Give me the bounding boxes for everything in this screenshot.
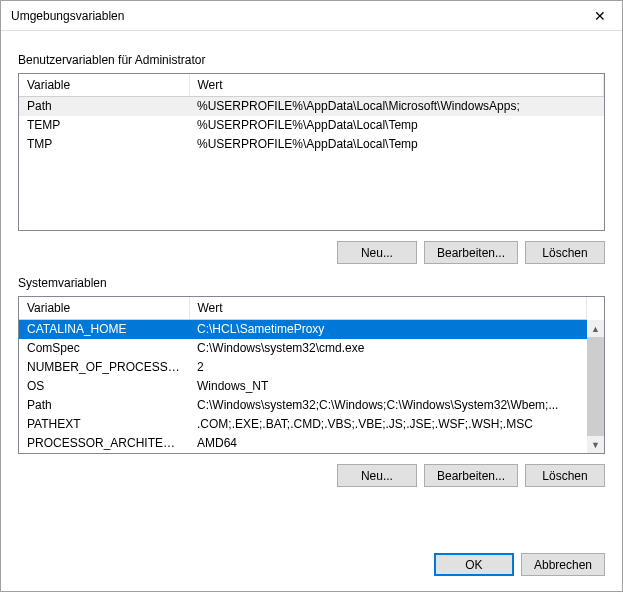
cell-variable: PROCESSOR_ARCHITECTURE [19,434,189,453]
cell-value: %USERPROFILE%\AppData\Local\Temp [189,135,604,154]
table-row[interactable]: TMP%USERPROFILE%\AppData\Local\Temp [19,135,604,154]
system-delete-button[interactable]: Löschen [525,464,605,487]
cell-value: .COM;.EXE;.BAT;.CMD;.VBS;.VBE;.JS;.JSE;.… [189,415,587,434]
cell-value: AMD64 [189,434,587,453]
cell-value: 2 [189,358,587,377]
user-col-variable[interactable]: Variable [19,74,189,97]
cell-variable: TEMP [19,116,189,135]
cell-value: Windows_NT [189,377,587,396]
system-variables-label: Systemvariablen [18,276,605,290]
cell-variable: CATALINA_HOME [19,320,189,339]
cell-variable: NUMBER_OF_PROCESSORS [19,358,189,377]
system-edit-button[interactable]: Bearbeiten... [424,464,518,487]
table-row[interactable]: PROCESSOR_ARCHITECTUREAMD64 [19,434,587,453]
scroll-up-icon[interactable]: ▲ [587,320,604,337]
cell-variable: TMP [19,135,189,154]
titlebar: Umgebungsvariablen ✕ [1,1,622,31]
table-row[interactable]: NUMBER_OF_PROCESSORS2 [19,358,587,377]
system-variables-table[interactable]: Variable Wert CATALINA_HOMEC:\HCL\Sameti… [19,297,587,453]
table-row[interactable]: OSWindows_NT [19,377,587,396]
user-buttons-row: Neu... Bearbeiten... Löschen [18,241,605,264]
user-variables-label: Benutzervariablen für Administrator [18,53,605,67]
system-variables-table-container: Variable Wert CATALINA_HOMEC:\HCL\Sameti… [18,296,605,454]
dialog-content: Benutzervariablen für Administrator Vari… [1,31,622,553]
system-col-value[interactable]: Wert [189,297,587,320]
user-variables-table-container: Variable Wert Path%USERPROFILE%\AppData\… [18,73,605,231]
ok-button[interactable]: OK [434,553,514,576]
system-variables-section: Systemvariablen Variable Wert CATALINA_H… [18,276,605,487]
cell-value: C:\Windows\system32;C:\Windows;C:\Window… [189,396,587,415]
close-icon: ✕ [594,8,606,24]
user-delete-button[interactable]: Löschen [525,241,605,264]
user-variables-table[interactable]: Variable Wert Path%USERPROFILE%\AppData\… [19,74,604,154]
table-row[interactable]: TEMP%USERPROFILE%\AppData\Local\Temp [19,116,604,135]
system-scrollbar[interactable]: ▲ ▼ [587,320,604,453]
cell-variable: ComSpec [19,339,189,358]
user-col-value[interactable]: Wert [189,74,604,97]
table-row[interactable]: PathC:\Windows\system32;C:\Windows;C:\Wi… [19,396,587,415]
user-variables-section: Benutzervariablen für Administrator Vari… [18,53,605,264]
system-buttons-row: Neu... Bearbeiten... Löschen [18,464,605,487]
cancel-button[interactable]: Abbrechen [521,553,605,576]
table-row[interactable]: Path%USERPROFILE%\AppData\Local\Microsof… [19,97,604,116]
close-button[interactable]: ✕ [577,1,622,31]
system-new-button[interactable]: Neu... [337,464,417,487]
system-col-variable[interactable]: Variable [19,297,189,320]
table-row[interactable]: PATHEXT.COM;.EXE;.BAT;.CMD;.VBS;.VBE;.JS… [19,415,587,434]
cell-variable: PATHEXT [19,415,189,434]
cell-value: %USERPROFILE%\AppData\Local\Microsoft\Wi… [189,97,604,116]
cell-variable: OS [19,377,189,396]
user-variables-header-row: Variable Wert [19,74,604,97]
cell-value: %USERPROFILE%\AppData\Local\Temp [189,116,604,135]
table-row[interactable]: CATALINA_HOMEC:\HCL\SametimeProxy [19,320,587,339]
cell-value: C:\Windows\system32\cmd.exe [189,339,587,358]
user-edit-button[interactable]: Bearbeiten... [424,241,518,264]
cell-variable: Path [19,97,189,116]
system-variables-header-row: Variable Wert [19,297,587,320]
cell-value: C:\HCL\SametimeProxy [189,320,587,339]
table-row[interactable]: ComSpecC:\Windows\system32\cmd.exe [19,339,587,358]
scroll-down-icon[interactable]: ▼ [587,436,604,453]
window-title: Umgebungsvariablen [11,9,124,23]
cell-variable: Path [19,396,189,415]
dialog-footer: OK Abbrechen [1,553,622,591]
user-new-button[interactable]: Neu... [337,241,417,264]
scroll-thumb[interactable] [587,337,604,436]
